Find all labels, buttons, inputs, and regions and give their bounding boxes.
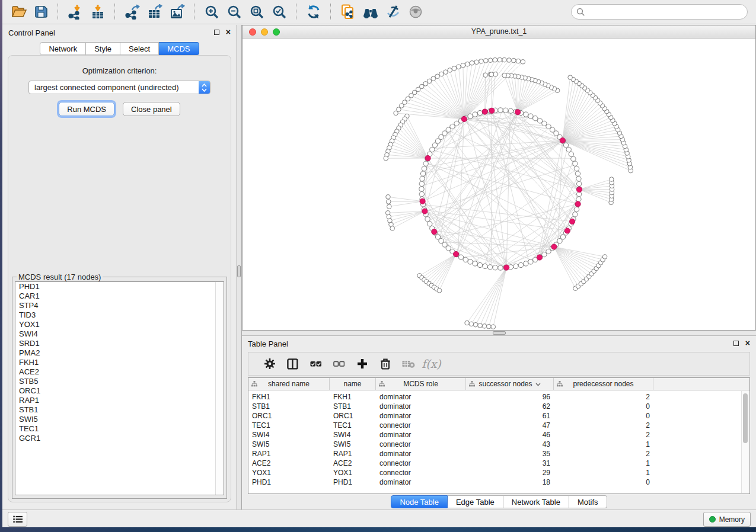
tab-style[interactable]: Style: [86, 42, 120, 55]
close-panel-icon[interactable]: ×: [226, 29, 231, 35]
network-window-titlebar[interactable]: YPA_prune.txt_1: [243, 25, 755, 39]
column-header-mcds-role[interactable]: MCDS role: [376, 378, 466, 390]
export-network-button[interactable]: [121, 2, 143, 22]
mcds-result-item[interactable]: GCR1: [15, 434, 224, 443]
import-table-from-file-button[interactable]: [87, 2, 109, 22]
float-panel-icon[interactable]: [214, 30, 219, 35]
mcds-result-item[interactable]: TEC1: [15, 424, 224, 434]
search-input[interactable]: [585, 7, 747, 17]
horizontal-splitter[interactable]: [242, 331, 756, 335]
column-header-name[interactable]: name: [330, 378, 376, 390]
tab-motifs[interactable]: Motifs: [569, 495, 607, 508]
show-all-button[interactable]: [404, 2, 427, 22]
node-table[interactable]: shared namenameMCDS rolesuccessor nodesp…: [248, 377, 750, 494]
list-scrollbar[interactable]: [215, 282, 224, 495]
cell-predecessor-nodes: 0: [554, 478, 653, 486]
tab-edge-table[interactable]: Edge Table: [448, 495, 503, 508]
select-all-button[interactable]: [304, 354, 327, 373]
cell-mcds-role: connector: [376, 440, 466, 448]
tab-node-table[interactable]: Node Table: [391, 495, 448, 508]
table-row[interactable]: PHD1PHD1dominator180: [248, 477, 749, 487]
mcds-result-item[interactable]: PMA2: [15, 348, 224, 358]
mcds-result-item[interactable]: FKH1: [15, 358, 224, 367]
zoom-in-button[interactable]: [200, 2, 223, 22]
status-bar: Memory: [2, 509, 756, 527]
table-row[interactable]: SWI5SWI5connector431: [248, 440, 749, 449]
delete-table-button[interactable]: [397, 354, 420, 373]
close-panel-icon[interactable]: ×: [745, 340, 750, 346]
table-row[interactable]: RAP1RAP1dominator352: [248, 449, 749, 459]
mcds-result-item[interactable]: SRD1: [15, 339, 224, 348]
mcds-result-item[interactable]: ORC1: [15, 386, 224, 396]
table-row[interactable]: STB1STB1dominator620: [248, 402, 749, 411]
open-session-button[interactable]: [7, 2, 30, 22]
close-panel-button[interactable]: Close panel: [123, 102, 180, 116]
search-box[interactable]: [571, 4, 748, 20]
mcds-result-item[interactable]: STP4: [15, 301, 224, 310]
export-table-button[interactable]: [143, 2, 166, 22]
zoom-fit-button[interactable]: [245, 2, 268, 22]
cell-shared-name: TEC1: [248, 421, 330, 430]
tab-mcds[interactable]: MCDS: [159, 42, 199, 55]
search-network-button[interactable]: [359, 2, 382, 22]
mcds-result-item[interactable]: SWI4: [15, 329, 224, 339]
network-from-document-button[interactable]: [337, 2, 359, 22]
hide-selected-button[interactable]: [382, 2, 404, 22]
document-network-icon: [340, 4, 356, 20]
add-column-button[interactable]: [350, 354, 374, 373]
tab-network[interactable]: Network: [40, 42, 86, 55]
table-settings-button[interactable]: [258, 354, 281, 373]
optimization-criterion-select[interactable]: largest connected component (undirected): [28, 81, 210, 94]
float-panel-icon[interactable]: [733, 341, 739, 346]
mcds-result-item[interactable]: YOX1: [15, 320, 224, 329]
cell-mcds-role: dominator: [376, 478, 466, 486]
table-row[interactable]: ORC1ORC1dominator610: [248, 411, 749, 421]
delete-column-button[interactable]: [374, 354, 397, 373]
toolbar-separator: [330, 4, 331, 20]
table-row[interactable]: TEC1TEC1connector472: [248, 421, 749, 430]
table-row[interactable]: FKH1FKH1dominator962: [248, 392, 749, 402]
zoom-out-button[interactable]: [223, 2, 245, 22]
save-session-button[interactable]: [30, 2, 52, 22]
apply-preferred-layout-button[interactable]: [302, 2, 325, 22]
column-header-shared-name[interactable]: shared name: [248, 378, 330, 390]
mcds-result-item[interactable]: ACE2: [15, 367, 224, 377]
memory-button[interactable]: Memory: [703, 512, 751, 527]
network-title: YPA_prune.txt_1: [243, 27, 755, 36]
mcds-result-item[interactable]: STB5: [15, 377, 224, 386]
column-type-icon: [251, 381, 257, 387]
column-header-predecessor-nodes[interactable]: predecessor nodes: [554, 378, 653, 390]
table-row[interactable]: ACE2ACE2connector311: [248, 459, 749, 468]
control-panel: Control Panel × NetworkStyleSelectMCDS O…: [2, 25, 237, 509]
zoom-selected-button[interactable]: [268, 2, 291, 22]
function-builder-button[interactable]: f(x): [420, 354, 443, 373]
table-row[interactable]: SWI4SWI4dominator462: [248, 430, 749, 440]
search-icon: [576, 8, 585, 17]
export-image-button[interactable]: [166, 2, 189, 22]
splitter-handle[interactable]: [493, 331, 506, 335]
mcds-result-item[interactable]: PHD1: [15, 282, 224, 291]
splitter-handle[interactable]: [237, 265, 241, 277]
network-canvas[interactable]: [243, 38, 755, 330]
task-history-button[interactable]: [8, 512, 27, 527]
mcds-result-item[interactable]: TID3: [15, 310, 224, 320]
import-network-from-file-button[interactable]: [64, 2, 87, 22]
tab-network-table[interactable]: Network Table: [503, 495, 569, 508]
deselect-all-button[interactable]: [327, 354, 350, 373]
network-graph[interactable]: [243, 38, 756, 331]
mcds-result-item[interactable]: SWI5: [15, 415, 224, 424]
mcds-result-list[interactable]: PHD1CAR1STP4TID3YOX1SWI4SRD1PMA2FKH1ACE2…: [15, 281, 224, 495]
table-scrollbar[interactable]: [741, 391, 749, 493]
vertical-splitter[interactable]: [237, 25, 242, 509]
scrollbar-thumb[interactable]: [743, 393, 748, 443]
mcds-result-item[interactable]: STB1: [15, 405, 224, 415]
mcds-result-item[interactable]: CAR1: [15, 291, 224, 301]
column-header-successor-nodes[interactable]: successor nodes: [466, 378, 554, 390]
tab-select[interactable]: Select: [120, 42, 159, 55]
show-columns-button[interactable]: [281, 354, 304, 373]
run-mcds-button[interactable]: Run MCDS: [59, 102, 114, 116]
mcds-result-item[interactable]: RAP1: [15, 396, 224, 405]
cell-mcds-role: connector: [376, 459, 466, 467]
table-row[interactable]: YOX1YOX1connector291: [248, 468, 749, 477]
mcds-tab-content: Optimization criterion: largest connecte…: [8, 55, 231, 502]
